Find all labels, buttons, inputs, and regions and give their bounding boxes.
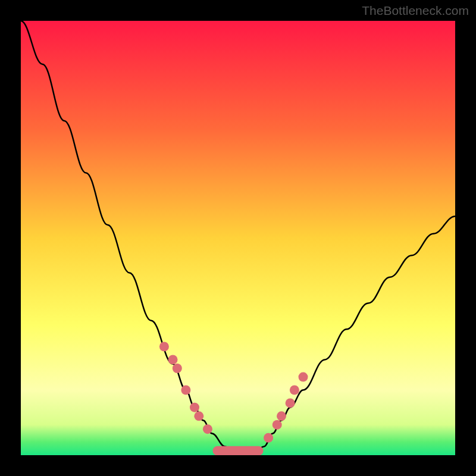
bottleneck-chart <box>21 21 455 455</box>
data-marker <box>203 424 212 434</box>
data-marker <box>159 342 169 352</box>
watermark-text: TheBottleneck.com <box>362 4 469 18</box>
data-marker <box>273 420 282 430</box>
data-marker <box>290 386 299 395</box>
data-marker <box>277 411 286 421</box>
data-marker <box>173 364 182 373</box>
data-marker <box>168 355 178 364</box>
data-marker <box>194 411 203 421</box>
data-marker <box>264 433 273 443</box>
data-marker <box>299 372 308 382</box>
chart-container: TheBottleneck.com <box>0 0 476 476</box>
bottom-marker-bar <box>213 446 264 455</box>
data-marker <box>286 398 295 408</box>
data-marker <box>190 403 199 412</box>
gradient-background <box>21 21 455 455</box>
data-marker <box>181 386 190 395</box>
